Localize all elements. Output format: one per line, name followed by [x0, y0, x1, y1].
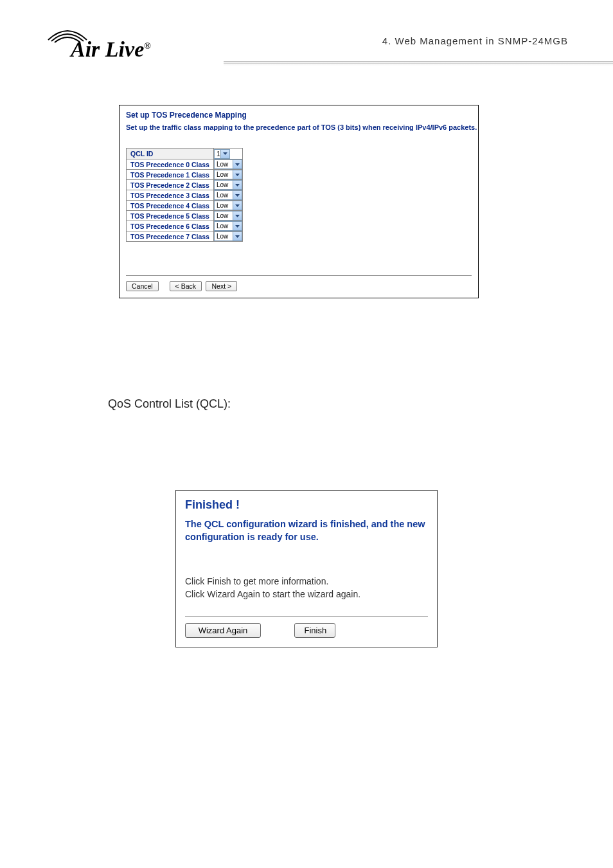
- finished-panel: Finished ! The QCL configuration wizard …: [175, 490, 438, 647]
- finished-title: Finished !: [185, 498, 428, 512]
- next-button[interactable]: Next >: [206, 281, 237, 291]
- wizard-again-button[interactable]: Wizard Again: [185, 623, 261, 638]
- tos-table: QCL ID 1 TOS Precedence 0 ClassLow TOS P…: [126, 148, 243, 242]
- chevron-down-icon: [220, 150, 229, 158]
- panel-subtitle: Set up the traffic class mapping to the …: [126, 123, 472, 131]
- table-row: TOS Precedence 4 ClassLow: [127, 201, 243, 211]
- cancel-button[interactable]: Cancel: [126, 281, 159, 291]
- panel-title: Set up TOS Precedence Mapping: [126, 111, 472, 120]
- section-heading: QoS Control List (QCL):: [108, 397, 231, 411]
- tos5-select[interactable]: Low: [214, 211, 242, 221]
- tos4-select[interactable]: Low: [214, 201, 242, 210]
- qcl-id-select[interactable]: 1: [214, 149, 230, 159]
- table-row: TOS Precedence 1 ClassLow: [127, 170, 243, 180]
- tos3-select[interactable]: Low: [214, 190, 242, 200]
- table-row: TOS Precedence 7 ClassLow: [127, 231, 243, 242]
- header-divider: [224, 61, 613, 66]
- table-row: TOS Precedence 6 ClassLow: [127, 221, 243, 231]
- divider: [185, 616, 428, 617]
- logo-text: Air Live®: [71, 37, 151, 62]
- chevron-down-icon: [233, 212, 242, 220]
- header-divider-2: [224, 63, 613, 64]
- table-row: TOS Precedence 3 ClassLow: [127, 190, 243, 201]
- finished-subtitle: The QCL configuration wizard is finished…: [185, 518, 428, 543]
- chevron-down-icon: [233, 170, 242, 179]
- chevron-down-icon: [233, 191, 242, 199]
- chevron-down-icon: [233, 160, 242, 168]
- table-row: TOS Precedence 0 ClassLow: [127, 159, 243, 170]
- chevron-down-icon: [233, 222, 242, 230]
- chevron-down-icon: [233, 201, 242, 210]
- qcl-id-label: QCL ID: [127, 149, 214, 159]
- tos-precedence-panel: Set up TOS Precedence Mapping Set up the…: [119, 105, 479, 298]
- tos1-select[interactable]: Low: [214, 170, 242, 179]
- breadcrumb: 4. Web Management in SNMP-24MGB: [382, 35, 568, 46]
- chevron-down-icon: [233, 181, 242, 189]
- finished-body: Click Finish to get more information. Cl…: [185, 575, 428, 601]
- tos6-select[interactable]: Low: [214, 221, 242, 231]
- divider: [126, 275, 472, 276]
- tos2-select[interactable]: Low: [214, 180, 242, 190]
- finish-button[interactable]: Finish: [294, 623, 335, 638]
- back-button[interactable]: < Back: [170, 281, 202, 291]
- table-row: TOS Precedence 2 ClassLow: [127, 180, 243, 190]
- page-header: Air Live® 4. Web Management in SNMP-24MG…: [45, 26, 568, 64]
- tos7-select[interactable]: Low: [214, 231, 242, 241]
- table-row: TOS Precedence 5 ClassLow: [127, 211, 243, 221]
- tos0-select[interactable]: Low: [214, 159, 242, 169]
- chevron-down-icon: [233, 232, 242, 240]
- logo: Air Live®: [45, 26, 173, 64]
